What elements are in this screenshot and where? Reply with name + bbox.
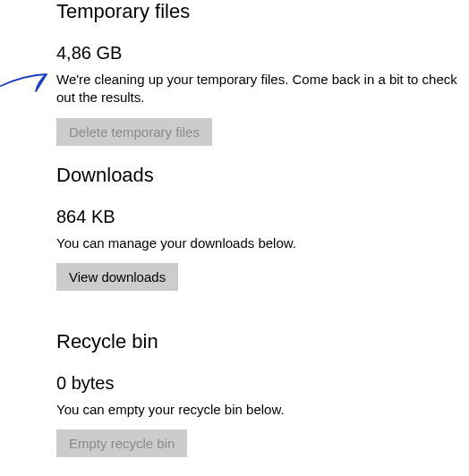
recycle-bin-description: You can empty your recycle bin below. bbox=[56, 401, 458, 419]
delete-temp-files-button: Delete temporary files bbox=[56, 118, 212, 146]
view-downloads-button[interactable]: View downloads bbox=[56, 263, 178, 291]
temp-files-heading: Temporary files bbox=[56, 0, 458, 23]
temp-files-description: We're cleaning up your temporary files. … bbox=[56, 71, 458, 107]
temp-files-size: 4,86 GB bbox=[56, 43, 458, 64]
storage-settings-panel: Temporary files 4,86 GB We're cleaning u… bbox=[0, 0, 469, 457]
empty-recycle-bin-button: Empty recycle bin bbox=[56, 429, 187, 457]
recycle-bin-size: 0 bytes bbox=[56, 373, 458, 394]
downloads-heading: Downloads bbox=[56, 164, 458, 187]
downloads-size: 864 KB bbox=[56, 207, 458, 227]
recycle-bin-heading: Recycle bin bbox=[56, 330, 458, 353]
downloads-description: You can manage your downloads below. bbox=[56, 234, 458, 252]
